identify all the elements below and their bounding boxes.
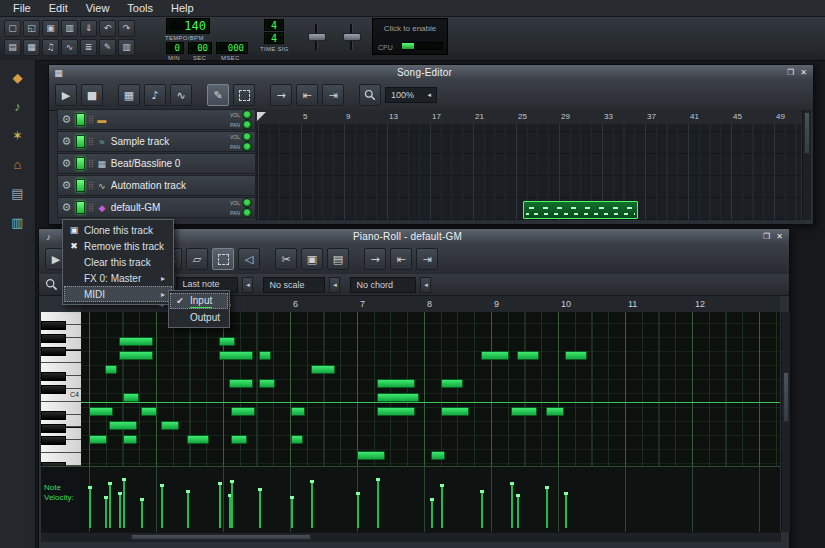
gear-icon[interactable]: ⚙ [60, 179, 73, 192]
combo-left-arrow[interactable]: ◂ [420, 277, 431, 293]
sidebar-computer-button[interactable]: ▥ [7, 213, 29, 233]
sidebar-presets-button[interactable]: ✶ [7, 126, 29, 146]
slider-knob[interactable] [343, 33, 361, 41]
song-timeline[interactable]: 5913172125293337414549 [256, 110, 801, 125]
menu-item-clone-track[interactable]: ▣ Clone this track [64, 222, 172, 238]
midi-note[interactable] [311, 365, 335, 374]
gear-icon[interactable]: ⚙ [60, 113, 73, 126]
combo-arrow-icon[interactable]: ◂ [427, 91, 431, 99]
toggle-project-notes-button[interactable]: ✎ [99, 39, 116, 56]
velocity-bar[interactable] [219, 484, 221, 528]
track-name[interactable]: Beat/Bassline 0 [111, 158, 253, 169]
menu-item-midi-input[interactable]: ✔ Input [170, 293, 228, 309]
pattern-clip[interactable] [523, 201, 638, 219]
sidebar-home-button[interactable]: ⌂ [7, 155, 29, 175]
velocity-bar[interactable] [187, 492, 189, 528]
menu-item-midi[interactable]: MIDI ▸ [64, 286, 172, 302]
velocity-bar[interactable] [259, 490, 261, 528]
midi-note[interactable] [259, 379, 275, 388]
copy-button[interactable]: ▣ [301, 248, 323, 270]
menu-help[interactable]: Help [162, 1, 203, 15]
continue-behaviour-button[interactable]: → [270, 84, 292, 106]
midi-note[interactable] [109, 421, 137, 430]
track-enabled-led[interactable] [76, 113, 85, 126]
midi-note[interactable] [161, 421, 179, 430]
midi-note[interactable] [89, 435, 107, 444]
midi-note[interactable] [517, 351, 539, 360]
midi-note[interactable] [357, 451, 385, 460]
close-button[interactable]: ✕ [797, 67, 810, 79]
midi-note[interactable] [89, 407, 113, 416]
redo-button[interactable]: ↷ [118, 20, 135, 37]
track-enabled-led[interactable] [76, 157, 85, 170]
add-bb-track-button[interactable]: ▦ [118, 84, 140, 106]
save-project-button[interactable]: ▣ [42, 20, 59, 37]
pan-knob[interactable] [242, 120, 252, 130]
velocity-bar[interactable] [357, 494, 359, 528]
track-header-sample-track[interactable]: ⚙ ⣿ ≈ Sample track VOL PAN [57, 131, 256, 152]
velocity-bar[interactable] [517, 496, 519, 528]
master-pitch-slider[interactable] [340, 22, 362, 52]
cut-button[interactable]: ✂ [275, 248, 297, 270]
back-to-start-button[interactable]: ⇤ [390, 248, 412, 270]
midi-note[interactable] [219, 337, 235, 346]
scrollbar-thumb[interactable] [804, 112, 810, 154]
track-grip[interactable]: ⣿ [88, 203, 93, 212]
menu-item-fx-channel[interactable]: FX 0: Master ▸ [64, 270, 172, 286]
track-name[interactable]: Sample track [111, 136, 227, 147]
export-project-button[interactable]: ⇓ [80, 20, 97, 37]
midi-note[interactable] [231, 407, 255, 416]
track-name[interactable]: Automation track [111, 180, 253, 191]
velocity-bar[interactable] [161, 486, 163, 528]
velocity-bar[interactable] [311, 482, 313, 528]
track-header-automation-track[interactable]: ⚙ ⣿ ∿ Automation track [57, 175, 256, 196]
add-automation-track-button[interactable]: ∿ [170, 84, 192, 106]
cpu-meter[interactable]: Click to enable CPU [372, 18, 448, 55]
track-header-scrolled-track[interactable]: ⚙ ⣿ ▬ VOL PAN [57, 109, 256, 130]
track-grip[interactable]: ⣿ [88, 137, 93, 146]
piano-black-key[interactable] [41, 436, 66, 445]
midi-note[interactable] [441, 379, 463, 388]
track-name[interactable]: default-GM [111, 202, 227, 213]
midi-note[interactable] [441, 407, 469, 416]
midi-note[interactable] [219, 351, 253, 360]
midi-note[interactable] [123, 435, 137, 444]
midi-note[interactable] [119, 351, 153, 360]
slider-knob[interactable] [308, 33, 326, 41]
midi-note[interactable] [231, 435, 247, 444]
velocity-bar[interactable] [511, 484, 513, 528]
tempo-lcd[interactable]: 140 [166, 18, 210, 34]
piano-black-key[interactable] [41, 321, 66, 330]
pan-knob[interactable] [242, 208, 252, 218]
velocity-bar[interactable] [441, 486, 443, 528]
midi-note[interactable] [377, 393, 419, 402]
midi-note[interactable] [565, 351, 587, 360]
pan-knob[interactable] [242, 142, 252, 152]
toggle-bb-editor-button[interactable]: ▦ [23, 39, 40, 56]
sidebar-samples-button[interactable]: ♪ [7, 97, 29, 117]
midi-note[interactable] [229, 379, 253, 388]
song-vertical-scrollbar[interactable] [802, 110, 811, 220]
velocity-bar[interactable] [89, 488, 91, 528]
undo-button[interactable]: ↶ [99, 20, 116, 37]
zoom-combo[interactable]: 100% ◂ [385, 87, 437, 103]
scale-combo[interactable]: No scale [263, 277, 325, 293]
track-grip[interactable]: ⣿ [88, 159, 93, 168]
scrollbar-thumb[interactable] [131, 534, 311, 540]
song-grid[interactable] [256, 124, 801, 220]
select-mode-button[interactable] [212, 248, 234, 270]
midi-note[interactable] [141, 407, 157, 416]
toggle-piano-roll-button[interactable]: ♫ [42, 39, 59, 56]
volume-knob[interactable] [242, 110, 252, 120]
sidebar-root-directory-button[interactable]: ▤ [7, 184, 29, 204]
midi-note[interactable] [105, 365, 117, 374]
velocity-bar[interactable] [546, 488, 548, 528]
velocity-bar[interactable] [119, 494, 121, 528]
save-project-as-button[interactable]: ▥ [61, 20, 78, 37]
velocity-bar[interactable] [565, 494, 567, 528]
track-header-default-gm[interactable]: ⚙ ⣿ ◆ default-GM VOL PAN [57, 197, 256, 218]
scrollbar-thumb[interactable] [783, 372, 789, 422]
combo-left-arrow[interactable]: ◂ [242, 277, 253, 293]
new-project-button[interactable]: ▢ [4, 20, 21, 37]
velocity-bar[interactable] [377, 480, 379, 528]
